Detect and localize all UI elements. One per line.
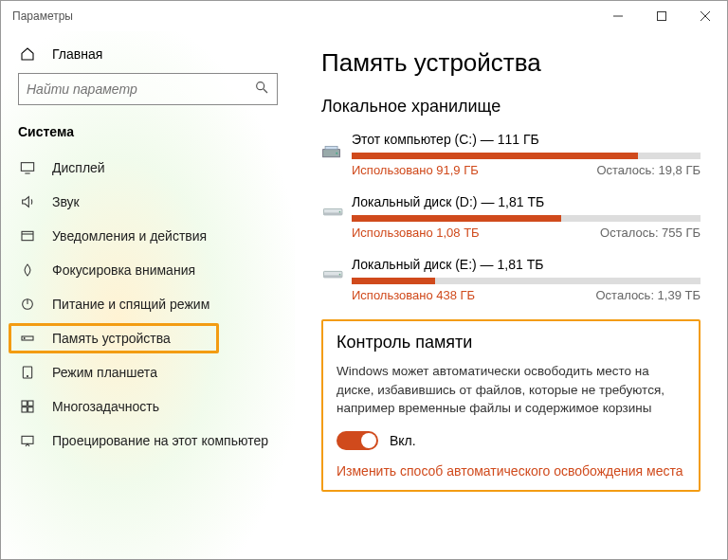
svg-point-15 bbox=[27, 375, 27, 376]
storage-icon bbox=[18, 331, 37, 346]
focus-icon bbox=[18, 262, 37, 278]
search-icon bbox=[254, 80, 269, 99]
home-label: Главная bbox=[52, 46, 102, 62]
sidebar-item-label: Многозадачность bbox=[52, 399, 159, 414]
search-input[interactable] bbox=[18, 73, 278, 105]
svg-line-5 bbox=[264, 89, 267, 93]
sidebar-item-label: Дисплей bbox=[52, 160, 105, 175]
sidebar-item-label: Питание и спящий режим bbox=[52, 297, 209, 312]
disk-name: Этот компьютер (C:) — 111 ГБ bbox=[352, 132, 701, 147]
titlebar: Параметры bbox=[1, 1, 727, 31]
svg-rect-28 bbox=[323, 275, 342, 277]
toggle-label: Вкл. bbox=[390, 433, 416, 448]
search-field[interactable] bbox=[27, 81, 254, 97]
sidebar-item-label: Уведомления и действия bbox=[52, 228, 207, 244]
svg-point-4 bbox=[257, 82, 264, 90]
sidebar-item-label: Фокусировка внимания bbox=[52, 262, 195, 278]
disk-free: Осталось: 1,39 ТБ bbox=[596, 288, 701, 302]
category-label: Система bbox=[1, 118, 295, 151]
disk-name: Локальный диск (E:) — 1,81 ТБ bbox=[352, 257, 701, 272]
svg-rect-18 bbox=[22, 407, 27, 412]
svg-rect-17 bbox=[28, 401, 33, 406]
sidebar-item-focus[interactable]: Фокусировка внимания bbox=[1, 253, 295, 287]
disk-icon bbox=[321, 194, 352, 240]
disk-free: Осталось: 19,8 ГБ bbox=[596, 163, 701, 177]
disk-used: Использовано 91,9 ГБ bbox=[352, 163, 479, 177]
storage-sense-box: Контроль памяти Windows может автоматиче… bbox=[321, 319, 701, 492]
notifications-icon bbox=[18, 228, 37, 244]
minimize-button[interactable] bbox=[596, 1, 640, 31]
svg-rect-1 bbox=[658, 12, 666, 21]
svg-rect-25 bbox=[323, 212, 342, 214]
svg-point-29 bbox=[339, 274, 341, 276]
storage-sense-configure-link[interactable]: Изменить способ автоматического освобожд… bbox=[337, 463, 685, 479]
window-title: Параметры bbox=[12, 9, 73, 23]
svg-rect-19 bbox=[28, 407, 33, 412]
sidebar-item-sound[interactable]: Звук bbox=[1, 185, 295, 219]
sidebar-item-label: Память устройства bbox=[52, 331, 171, 346]
storage-sense-title: Контроль памяти bbox=[337, 333, 685, 352]
sidebar-item-multitask[interactable]: Многозадачность bbox=[1, 389, 295, 424]
projecting-icon bbox=[18, 433, 37, 448]
disk-used: Использовано 1,08 ТБ bbox=[352, 226, 480, 240]
sound-icon bbox=[18, 194, 37, 209]
disk-name: Локальный диск (D:) — 1,81 ТБ bbox=[352, 194, 701, 209]
svg-rect-6 bbox=[21, 163, 33, 172]
main-content: Память устройства Локальное хранилище Эт… bbox=[295, 31, 727, 559]
home-icon bbox=[18, 46, 37, 62]
home-button[interactable]: Главная bbox=[1, 39, 295, 69]
disk-row[interactable]: Этот компьютер (C:) — 111 ГБИспользовано… bbox=[321, 132, 701, 177]
sidebar-item-power[interactable]: Питание и спящий режим bbox=[1, 287, 295, 321]
sidebar-item-display[interactable]: Дисплей bbox=[1, 151, 295, 185]
disk-row[interactable]: Локальный диск (D:) — 1,81 ТБИспользован… bbox=[321, 194, 701, 240]
display-icon bbox=[18, 160, 37, 175]
sidebar-item-notifications[interactable]: Уведомления и действия bbox=[1, 219, 295, 253]
maximize-button[interactable] bbox=[640, 1, 683, 31]
tablet-icon bbox=[18, 365, 37, 380]
svg-point-26 bbox=[339, 211, 341, 213]
settings-window: Параметры Главная Система Дисплей bbox=[0, 0, 728, 560]
disk-usage-bar bbox=[352, 215, 701, 222]
sidebar-item-projecting[interactable]: Проецирование на этот компьютер bbox=[1, 424, 295, 458]
svg-rect-8 bbox=[22, 231, 33, 240]
storage-sense-description: Windows может автоматически освободить м… bbox=[337, 362, 685, 418]
disk-icon bbox=[321, 132, 352, 177]
sidebar-item-storage[interactable]: Память устройства bbox=[1, 321, 295, 355]
close-button[interactable] bbox=[683, 1, 727, 31]
sidebar-item-tablet[interactable]: Режим планшета bbox=[1, 355, 295, 389]
svg-rect-22 bbox=[325, 146, 337, 149]
disk-free: Осталось: 755 ГБ bbox=[600, 226, 701, 240]
sidebar-item-label: Режим планшета bbox=[52, 365, 157, 380]
disk-used: Использовано 438 ГБ bbox=[352, 288, 475, 302]
disk-icon bbox=[321, 257, 352, 302]
disk-usage-bar bbox=[352, 153, 701, 159]
svg-rect-16 bbox=[22, 401, 27, 406]
svg-point-13 bbox=[24, 338, 25, 339]
sidebar: Главная Система Дисплей Звук Уведомления… bbox=[1, 31, 295, 559]
sidebar-item-label: Проецирование на этот компьютер bbox=[52, 433, 268, 448]
disk-row[interactable]: Локальный диск (E:) — 1,81 ТБИспользован… bbox=[321, 257, 701, 302]
power-icon bbox=[18, 297, 37, 312]
multitask-icon bbox=[18, 399, 37, 414]
page-title: Память устройства bbox=[321, 48, 701, 78]
sidebar-item-label: Звук bbox=[52, 194, 80, 209]
svg-rect-20 bbox=[22, 436, 33, 443]
svg-point-23 bbox=[336, 153, 337, 154]
local-storage-heading: Локальное хранилище bbox=[321, 97, 701, 117]
storage-sense-toggle[interactable] bbox=[337, 431, 378, 450]
disk-usage-bar bbox=[352, 278, 701, 284]
